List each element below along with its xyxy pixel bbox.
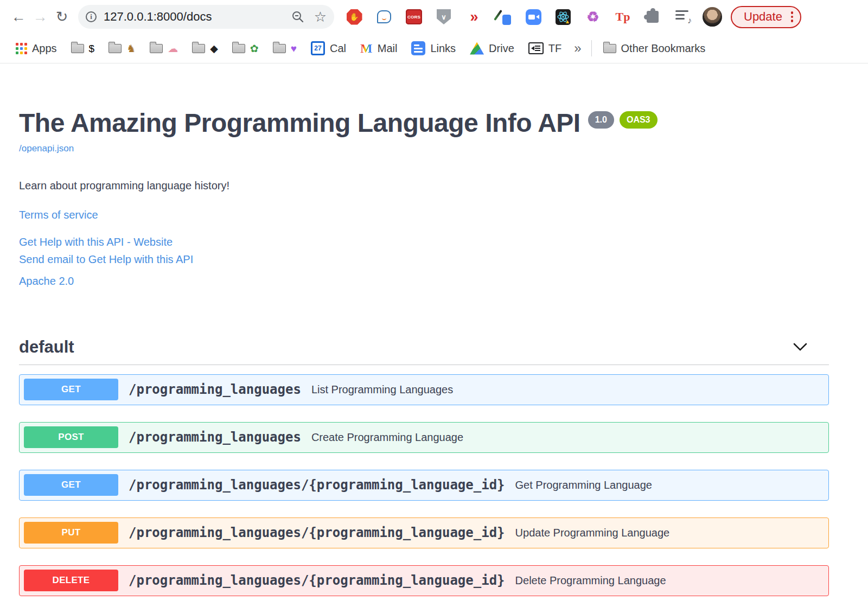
method-badge: GET <box>24 379 118 400</box>
double-chevron-icon: » <box>470 10 477 24</box>
url-text[interactable]: 127.0.0.1:8000/docs <box>104 10 212 24</box>
bookmarks-divider <box>591 40 592 56</box>
terms-of-service-link[interactable]: Terms of service <box>19 209 829 221</box>
api-description: Learn about programming language history… <box>19 180 829 192</box>
bookmark-mail[interactable]: M Mail <box>353 39 404 58</box>
adblock-extension-icon[interactable]: ✋ <box>346 9 362 25</box>
chat-bubble-extension-icon[interactable] <box>376 9 392 25</box>
endpoint-path: /programming_languages/{programming_lang… <box>129 573 505 588</box>
bookmark-apps[interactable]: Apps <box>9 39 64 58</box>
oas3-badge: OAS3 <box>620 111 658 129</box>
dailydev-extension-icon[interactable]: » <box>465 9 482 25</box>
gmail-icon: M <box>360 42 373 55</box>
media-controls-icon[interactable]: ♪ <box>674 9 691 25</box>
extensions-puzzle-icon[interactable] <box>644 9 661 25</box>
chrome-update-button[interactable]: Update <box>731 6 801 28</box>
kebab-menu-icon[interactable] <box>791 11 794 22</box>
warning-icon: ▲ <box>565 19 570 24</box>
music-note-icon: ♪ <box>687 16 692 25</box>
react-devtools-extension-icon[interactable]: ▲ <box>555 9 571 25</box>
send-email-link[interactable]: Send email to Get Help with this API <box>19 253 829 266</box>
apps-grid-icon <box>16 43 27 54</box>
bookmark-folder-herb[interactable]: ✿ <box>225 39 266 58</box>
endpoint-summary: Update Programming Language <box>515 527 670 539</box>
folder-icon <box>150 44 163 53</box>
back-button[interactable]: ← <box>8 6 29 28</box>
method-badge: PUT <box>24 522 118 544</box>
endpoint-list: GET /programming_languages List Programm… <box>19 374 829 596</box>
bookmarks-overflow-button[interactable]: » <box>569 41 586 56</box>
bookmark-folder-brain[interactable]: ☁ <box>143 39 185 58</box>
endpoint-put-update[interactable]: PUT /programming_languages/{programming_… <box>19 517 829 548</box>
back-icon: ← <box>11 9 26 25</box>
endpoint-delete[interactable]: DELETE /programming_languages/{programmi… <box>19 565 829 596</box>
folder-icon <box>273 44 286 53</box>
atom-icon: ▲ <box>556 9 571 25</box>
endpoint-summary: Delete Programming Language <box>515 574 666 587</box>
bookmark-links[interactable]: Links <box>404 39 463 58</box>
section-title: default <box>19 337 74 357</box>
swagger-docs-page: The Amazing Programming Language Info AP… <box>0 63 829 596</box>
bookmark-drive[interactable]: Drive <box>463 39 521 58</box>
recycle-extension-icon[interactable]: ♻ <box>585 9 601 25</box>
bookmark-star-icon[interactable]: ☆ <box>314 10 327 24</box>
reload-button[interactable]: ↻ <box>51 6 73 28</box>
license-link[interactable]: Apache 2.0 <box>19 275 829 287</box>
folder-icon <box>603 44 616 53</box>
profile-avatar[interactable] <box>703 7 722 27</box>
cors-extension-icon[interactable]: CORS <box>406 9 422 25</box>
extensions-row: ✋ CORS ∨ » ▲ ♻ Tp ♪ <box>346 9 691 25</box>
method-badge: DELETE <box>24 570 118 591</box>
shield-extension-icon[interactable]: ∨ <box>436 9 452 25</box>
endpoint-get-one[interactable]: GET /programming_languages/{programming_… <box>19 470 829 501</box>
puzzle-icon <box>647 11 659 23</box>
folder-icon <box>192 44 205 53</box>
drive-icon <box>470 42 484 55</box>
method-badge: GET <box>24 474 118 496</box>
method-badge: POST <box>24 426 118 448</box>
endpoint-get-list[interactable]: GET /programming_languages List Programm… <box>19 374 829 405</box>
tp-extension-icon[interactable]: Tp <box>615 9 631 25</box>
endpoint-summary: List Programming Languages <box>311 384 453 396</box>
get-help-website-link[interactable]: Get Help with this API - Website <box>19 236 829 248</box>
endpoint-path: /programming_languages/{programming_lang… <box>129 525 505 540</box>
reload-icon: ↻ <box>56 8 68 25</box>
zoom-out-icon[interactable] <box>291 10 304 23</box>
shield-icon: ∨ <box>437 9 451 24</box>
playlist-icon: ♪ <box>675 10 690 23</box>
site-info-icon[interactable]: i <box>86 11 97 22</box>
other-bookmarks[interactable]: Other Bookmarks <box>596 39 713 58</box>
bookmark-folder-horse[interactable]: ♞ <box>101 39 143 58</box>
browser-toolbar: ← → ↻ i 127.0.0.1:8000/docs ☆ ✋ CORS ∨ » <box>0 0 868 34</box>
bookmark-calendar[interactable]: 27 Cal <box>304 39 353 58</box>
endpoint-summary: Get Programming Language <box>515 479 652 491</box>
colorpicker-extension-icon[interactable] <box>495 9 512 25</box>
forward-button[interactable]: → <box>29 6 51 28</box>
list-icon <box>411 41 425 55</box>
bookmarks-bar: Apps $ ♞ ☁ ◆ ✿ ♥ 27 Cal M Mail Links Dri… <box>0 34 868 63</box>
speaker-card-icon <box>528 42 544 54</box>
endpoint-path: /programming_languages <box>129 382 301 397</box>
eyedropper-icon <box>495 9 512 25</box>
stop-hand-icon: ✋ <box>347 9 362 25</box>
bookmark-tf[interactable]: TF <box>521 39 569 58</box>
bookmark-folder-heart[interactable]: ♥ <box>266 39 304 58</box>
folder-icon <box>232 44 245 53</box>
bookmark-folder-dollar[interactable]: $ <box>64 39 102 58</box>
zoom-extension-icon[interactable] <box>525 9 541 25</box>
section-divider <box>19 365 829 365</box>
forward-icon: → <box>33 9 48 25</box>
bookmark-folder-gradcap[interactable]: ◆ <box>185 39 225 58</box>
endpoint-post-create[interactable]: POST /programming_languages Create Progr… <box>19 422 829 453</box>
video-camera-icon <box>526 9 541 25</box>
openapi-json-link[interactable]: /openapi.json <box>19 143 74 154</box>
endpoint-summary: Create Programming Language <box>311 431 463 444</box>
chevron-down-icon[interactable] <box>793 343 807 352</box>
calendar-icon: 27 <box>311 41 325 55</box>
folder-icon <box>71 44 84 53</box>
address-bar[interactable]: i 127.0.0.1:8000/docs ☆ <box>78 5 334 29</box>
speech-bubble-icon <box>377 10 391 23</box>
version-badge: 1.0 <box>588 111 614 129</box>
section-default-header[interactable]: default <box>19 337 829 357</box>
page-title: The Amazing Programming Language Info AP… <box>19 109 580 138</box>
